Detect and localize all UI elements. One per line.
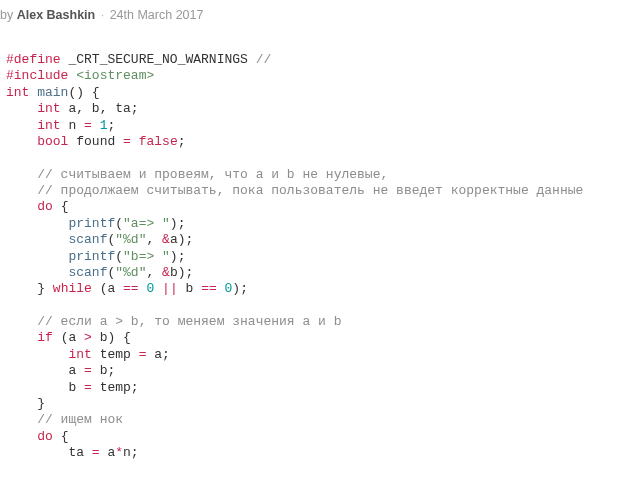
- op-or: ||: [162, 281, 178, 296]
- string: "%d": [115, 265, 146, 280]
- op-eq: =: [84, 118, 92, 133]
- cond: b: [178, 281, 201, 296]
- string: "a=> ": [123, 216, 170, 231]
- post-meta: by Alex Bashkin · 24th March 2017: [0, 0, 630, 52]
- punct: }: [37, 281, 53, 296]
- bool-false: false: [139, 134, 178, 149]
- comment: // продолжаем считывать, пока пользовате…: [37, 183, 583, 198]
- var: ta: [68, 445, 91, 460]
- op-eq: =: [92, 445, 100, 460]
- op-eqeq: ==: [123, 281, 139, 296]
- fn-printf: printf: [68, 249, 115, 264]
- expr: temp;: [92, 380, 139, 395]
- punct: {: [53, 199, 69, 214]
- punct: );: [232, 281, 248, 296]
- expr: a;: [146, 347, 169, 362]
- comment: // считываем и провеям, что а и b не нул…: [37, 167, 388, 182]
- keyword-int: int: [37, 118, 60, 133]
- expr: b;: [92, 363, 115, 378]
- op-eq: =: [123, 134, 131, 149]
- include-target: <iostream>: [76, 68, 154, 83]
- string: "b=> ": [123, 249, 170, 264]
- punct: }: [37, 396, 45, 411]
- keyword-do: do: [37, 429, 53, 444]
- directive: #include: [6, 68, 68, 83]
- cond: b) {: [92, 330, 131, 345]
- decl: a, b, ta;: [61, 101, 139, 116]
- keyword-do: do: [37, 199, 53, 214]
- expr: a: [100, 445, 116, 460]
- var: a: [68, 363, 84, 378]
- fn-scanf: scanf: [68, 232, 107, 247]
- keyword-if: if: [37, 330, 53, 345]
- punct: );: [170, 249, 186, 264]
- var: found: [68, 134, 123, 149]
- by-label: by: [0, 8, 13, 22]
- sp: [154, 281, 162, 296]
- op-mul: *: [115, 445, 123, 460]
- op-eq: =: [84, 380, 92, 395]
- op-amp: &: [162, 232, 170, 247]
- arg: a);: [170, 232, 193, 247]
- var: b: [68, 380, 84, 395]
- keyword-bool: bool: [37, 134, 68, 149]
- fn-main: main: [37, 85, 68, 100]
- punct: () {: [68, 85, 99, 100]
- fn-scanf: scanf: [68, 265, 107, 280]
- sp: [217, 281, 225, 296]
- comment: //: [256, 52, 272, 67]
- op-gt: >: [84, 330, 92, 345]
- op-amp: &: [162, 265, 170, 280]
- comment: // ищем нок: [37, 412, 123, 427]
- punct: );: [170, 216, 186, 231]
- punct: (: [115, 216, 123, 231]
- expr: n;: [123, 445, 139, 460]
- dot-separator: ·: [101, 8, 104, 22]
- cond: (a: [53, 330, 84, 345]
- punct: ,: [146, 232, 162, 247]
- keyword-int: int: [6, 85, 29, 100]
- sp: [131, 134, 139, 149]
- cond: (a: [92, 281, 123, 296]
- sp: [92, 118, 100, 133]
- macro: _CRT_SECURE_NO_WARNINGS: [68, 52, 247, 67]
- keyword-int: int: [68, 347, 91, 362]
- string: "%d": [115, 232, 146, 247]
- punct: ;: [178, 134, 186, 149]
- author-link[interactable]: Alex Bashkin: [17, 8, 96, 22]
- punct: ,: [146, 265, 162, 280]
- comment: // если a > b, то меняем значения a и b: [37, 314, 341, 329]
- post-date: 24th March 2017: [110, 8, 204, 22]
- op-eq: =: [84, 363, 92, 378]
- directive: #define: [6, 52, 61, 67]
- punct: (: [115, 249, 123, 264]
- punct: {: [53, 429, 69, 444]
- fn-printf: printf: [68, 216, 115, 231]
- op-eqeq: ==: [201, 281, 217, 296]
- code-block: #define _CRT_SECURE_NO_WARNINGS // #incl…: [0, 52, 630, 461]
- arg: b);: [170, 265, 193, 280]
- keyword-while: while: [53, 281, 92, 296]
- var: temp: [92, 347, 139, 362]
- keyword-int: int: [37, 101, 60, 116]
- punct: ;: [107, 118, 115, 133]
- var: n: [61, 118, 84, 133]
